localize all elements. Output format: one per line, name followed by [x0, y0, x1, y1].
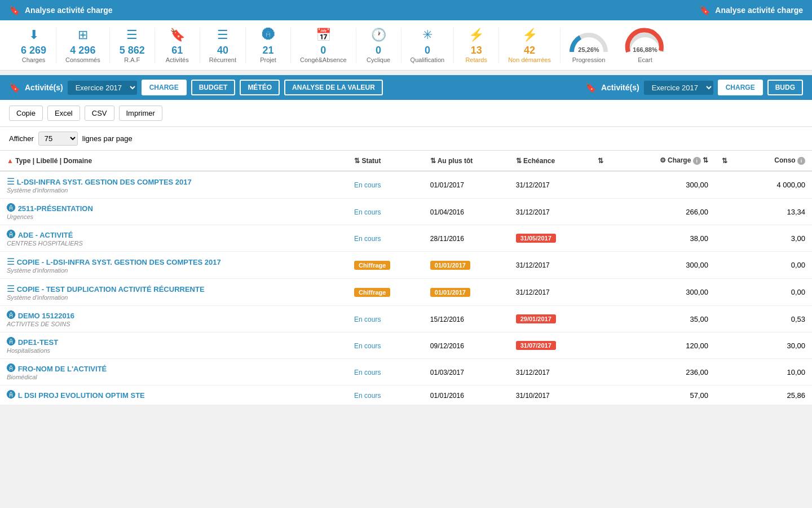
row-empty	[591, 279, 620, 306]
charge-button[interactable]: CHARGE	[142, 80, 187, 95]
projet-number: 21	[263, 45, 274, 56]
row-conso: 30,00	[744, 332, 812, 359]
row-statut: En cours	[347, 171, 423, 199]
stat-projet[interactable]: 🅐 21 Projet	[246, 28, 291, 63]
ecart-label: Ecart	[638, 56, 652, 63]
activites-label: Activités	[166, 56, 189, 63]
list-type-icon: ☰	[7, 284, 15, 294]
activity-domain: Système d'information	[7, 187, 341, 194]
row-type-name: 🅐 FRO-NOM DE L'ACTIVITÉ Biomédical	[0, 359, 347, 386]
col-echeance[interactable]: ⇅ Echéance	[509, 151, 591, 171]
analyse-button[interactable]: ANALYSE DE LA VALEUR	[284, 80, 383, 95]
row-charge: 300,00	[620, 252, 715, 279]
project-type-icon: 🅐	[7, 203, 16, 213]
col-conso[interactable]: Conso i	[744, 151, 812, 171]
budget-button[interactable]: BUDGET	[191, 80, 236, 95]
lignes-par-page-select[interactable]: 75 25 50 100	[38, 132, 78, 146]
top-header-left: 🔖 Analyse activité charge	[9, 5, 113, 16]
progression-gauge: 25,26%	[566, 27, 611, 54]
row-type-name: 🅐 ADE - ACTIVITÉ CENTRES HOSPITALIERS	[0, 225, 347, 252]
row-charge: 266,00	[620, 199, 715, 225]
charge-button-right[interactable]: CHARGE	[718, 80, 763, 95]
stat-retards[interactable]: ⚡ 13 Retards	[454, 28, 499, 63]
imprimer-button[interactable]: Imprimer	[119, 106, 162, 121]
date-start: 15/12/2016	[430, 316, 464, 323]
projet-label: Projet	[260, 56, 276, 63]
col-statut[interactable]: ⇅ Statut	[347, 151, 423, 171]
activity-link[interactable]: COPIE - L-DSI-INFRA SYST. GESTION DES CO…	[17, 258, 221, 266]
stat-conge[interactable]: 📅 0 Congé&Absence	[291, 28, 356, 63]
grid-icon: ⊞	[78, 28, 88, 42]
exercice-dropdown[interactable]: Exercice 2017	[68, 81, 137, 95]
stat-non-demarrees[interactable]: ⚡ 42 Non démarrées	[499, 28, 561, 63]
row-type-name: ☰ L-DSI-INFRA SYST. GESTION DES COMPTES …	[0, 171, 347, 199]
calendar-icon: 📅	[316, 28, 331, 42]
nav-bar: 🔖 Activité(s) Exercice 2017 CHARGE BUDGE…	[0, 75, 812, 100]
project-icon: 🅐	[262, 28, 275, 42]
table-row: ☰ COPIE - TEST DUPLICATION ACTIVITÉ RÉCU…	[0, 279, 812, 306]
activity-link[interactable]: DPE1-TEST	[18, 338, 59, 347]
stat-activites[interactable]: 🔖 61 Activités	[155, 28, 200, 63]
retards-label: Retards	[465, 56, 487, 63]
lightning-non-demarrees-icon: ⚡	[522, 28, 537, 42]
stat-consommes[interactable]: ⊞ 4 296 Consommés	[56, 28, 110, 63]
raf-number: 5 862	[120, 45, 145, 56]
date-start: 09/12/2016	[430, 342, 464, 350]
download-icon: ⬇	[29, 28, 39, 42]
col-empty[interactable]: ⇅	[591, 151, 620, 171]
row-type-name: 🅐 2511-PRÉSENTATION Urgences	[0, 199, 347, 225]
ecart-gauge-item: 166,88% Ecart	[623, 27, 668, 63]
meteo-button[interactable]: MÉTÉO	[240, 80, 280, 95]
activity-link[interactable]: DEMO 15122016	[18, 312, 74, 320]
activity-domain: ACTIVITES DE SOINS	[7, 321, 341, 327]
col-charge[interactable]: ⚙ Charge i ⇅	[620, 151, 715, 171]
date-end: 31/12/2017	[516, 208, 550, 216]
row-charge: 300,00	[620, 279, 715, 306]
status-chiffrage: Chiffrage	[354, 288, 390, 297]
excel-button[interactable]: Excel	[47, 106, 80, 121]
stat-raf[interactable]: ☰ 5 862 R.A.F	[110, 28, 155, 63]
retards-number: 13	[471, 45, 482, 56]
col-au-plus-tot[interactable]: ⇅ Au plus tôt	[423, 151, 509, 171]
row-empty	[591, 332, 620, 359]
row-empty	[591, 359, 620, 386]
stat-recurrent[interactable]: ☰ 40 Récurrent	[200, 28, 246, 63]
exercice-dropdown-right[interactable]: Exercice 2017	[644, 81, 713, 95]
conso-info-badge[interactable]: i	[797, 157, 805, 165]
activity-link[interactable]: COPIE - TEST DUPLICATION ACTIVITÉ RÉCURR…	[17, 285, 205, 294]
stat-cyclique[interactable]: 🕐 0 Cyclique	[356, 28, 401, 63]
table-container: ▲ Type | Libellé | Domaine ⇅ Statut ⇅ Au…	[0, 151, 812, 405]
csv-button[interactable]: CSV	[85, 106, 114, 121]
activity-link[interactable]: ADE - ACTIVITÉ	[18, 231, 73, 239]
row-echeance: 31/05/2017	[509, 225, 591, 252]
row-echeance: 29/01/2017	[509, 306, 591, 332]
charge-info-badge[interactable]: i	[693, 157, 701, 165]
non-demarrees-label: Non démarrées	[508, 56, 551, 63]
row-type-name: 🅐 L DSI PROJ EVOLUTION OPTIM STE	[0, 386, 347, 405]
stat-qualification[interactable]: ✳ 0 Qualification	[401, 28, 454, 63]
row-empty	[591, 386, 620, 405]
list-type-icon: ☰	[7, 257, 15, 266]
row-au-plus-tot: 01/04/2016	[423, 199, 509, 225]
activity-link[interactable]: FRO-NOM DE L'ACTIVITÉ	[18, 365, 107, 373]
stat-charges[interactable]: ⬇ 6 269 Charges	[11, 28, 56, 63]
ecart-value: 166,88%	[623, 46, 668, 53]
activity-link[interactable]: 2511-PRÉSENTATION	[18, 204, 93, 213]
nav-title: Activité(s)	[25, 83, 63, 92]
date-start: 01/03/2017	[430, 369, 464, 376]
activity-link[interactable]: L DSI PROJ EVOLUTION OPTIM STE	[18, 391, 145, 400]
activity-domain: Hospitalisations	[7, 347, 341, 354]
list-icon: ☰	[126, 28, 138, 42]
activity-link[interactable]: L-DSI-INFRA SYST. GESTION DES COMPTES 20…	[17, 178, 192, 186]
row-empty	[591, 252, 620, 279]
row-au-plus-tot: 15/12/2016	[423, 306, 509, 332]
row-au-plus-tot: 28/11/2016	[423, 225, 509, 252]
copie-button[interactable]: Copie	[9, 106, 43, 121]
col-empty2[interactable]: ⇅	[715, 151, 744, 171]
col-type[interactable]: ▲ Type | Libellé | Domaine	[0, 151, 347, 171]
status-text: En cours	[354, 369, 381, 376]
budget-button-right[interactable]: BUDG	[767, 80, 803, 95]
status-text: En cours	[354, 208, 381, 216]
date-end: 31/10/2017	[516, 392, 550, 400]
row-charge: 300,00	[620, 171, 715, 199]
